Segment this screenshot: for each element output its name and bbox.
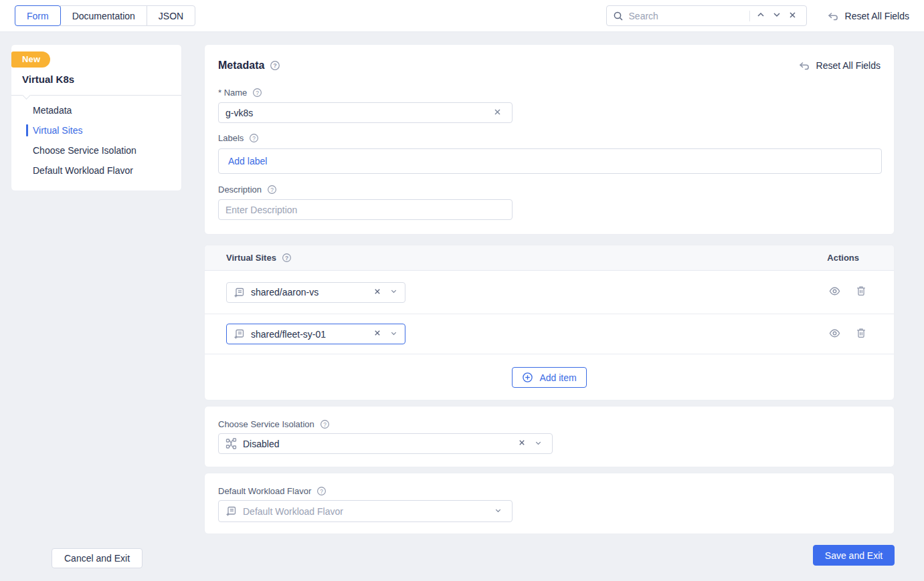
search-clear-button[interactable]: [785, 9, 800, 23]
search-separator: [749, 11, 750, 21]
sidebar-item-choose-service-isolation[interactable]: Choose Service Isolation: [11, 140, 181, 160]
description-field-label: Description: [218, 185, 262, 195]
delete-row-button[interactable]: [855, 327, 867, 342]
topbar: Form Documentation JSON Reset All Fi: [0, 0, 924, 32]
svg-text:?: ?: [323, 421, 327, 428]
delete-row-button[interactable]: [855, 285, 867, 300]
form-sidebar: New Virtual K8s Metadata Virtual Sites C…: [11, 44, 182, 191]
sidebar-nav: Metadata Virtual Sites Choose Service Is…: [11, 100, 181, 181]
workload-flavor-section: Default Workload Flavor ? Default Worklo…: [204, 473, 895, 534]
help-icon[interactable]: ?: [320, 419, 330, 429]
help-icon[interactable]: ?: [267, 185, 277, 195]
search-next-button[interactable]: [769, 9, 785, 23]
add-label-button[interactable]: Add label: [228, 156, 267, 166]
view-row-button[interactable]: [828, 327, 841, 342]
sidebar-item-virtual-sites[interactable]: Virtual Sites: [11, 120, 181, 140]
help-icon[interactable]: ?: [252, 88, 262, 98]
reset-all-fields-button-top[interactable]: Reset All Fields: [827, 10, 909, 22]
chevron-down-icon[interactable]: [389, 286, 398, 298]
workload-flavor-select[interactable]: Default Workload Flavor: [218, 500, 513, 522]
search-prev-button[interactable]: [753, 9, 769, 23]
search-input[interactable]: [629, 11, 747, 21]
service-isolation-section: Choose Service Isolation ? Disabled: [204, 406, 895, 467]
service-isolation-label: Choose Service Isolation: [218, 419, 314, 429]
labels-field-label: Labels: [218, 133, 244, 143]
workflow-nodes-icon: [225, 438, 237, 449]
trash-icon: [855, 285, 867, 300]
svg-text:?: ?: [252, 135, 256, 142]
cancel-and-exit-button[interactable]: Cancel and Exit: [52, 548, 143, 568]
caret-notch: [22, 91, 31, 100]
chevron-down-icon[interactable]: [534, 438, 543, 450]
reset-all-fields-label: Reset All Fields: [845, 11, 909, 21]
close-icon: [373, 287, 381, 298]
eye-icon: [828, 285, 841, 300]
svg-text:?: ?: [320, 488, 323, 495]
reset-all-fields-label: Reset All Fields: [816, 60, 881, 71]
sidebar-item-metadata[interactable]: Metadata: [11, 100, 181, 120]
reset-all-fields-button-metadata[interactable]: Reset All Fields: [798, 60, 881, 72]
sidebar-divider: [11, 95, 181, 96]
topbar-right: Reset All Fields: [606, 5, 909, 26]
virtual-site-row: shared/aaron-vs: [205, 271, 894, 314]
virtual-site-select-1[interactable]: shared/aaron-vs: [226, 282, 405, 303]
service-isolation-value: Disabled: [243, 439, 279, 449]
virtual-sites-footer: Add item: [205, 354, 894, 400]
help-icon[interactable]: ?: [249, 133, 259, 143]
chevron-down-icon[interactable]: [494, 505, 502, 517]
view-row-button[interactable]: [828, 285, 841, 300]
help-icon[interactable]: ?: [282, 253, 292, 263]
clear-selection-button[interactable]: [373, 329, 381, 339]
svg-text:?: ?: [270, 187, 274, 193]
page-content: New Virtual K8s Metadata Virtual Sites C…: [0, 32, 924, 581]
virtual-sites-title: Virtual Sites: [226, 253, 276, 263]
virtual-site-row: shared/fleet-sy-01: [205, 314, 894, 354]
help-icon[interactable]: ?: [270, 60, 280, 71]
virtual-sites-section: Virtual Sites ? Actions shared/aaron-vs: [204, 245, 895, 400]
tab-documentation[interactable]: Documentation: [60, 5, 147, 26]
save-and-exit-button[interactable]: Save and Exit: [813, 545, 895, 566]
clear-selection-button[interactable]: [373, 287, 381, 298]
labels-field: Add label: [218, 148, 882, 174]
clear-selection-button[interactable]: [518, 439, 526, 449]
sidebar-item-default-workload-flavor[interactable]: Default Workload Flavor: [11, 160, 181, 181]
service-isolation-select[interactable]: Disabled: [218, 433, 553, 454]
search-box[interactable]: [606, 5, 807, 26]
plus-circle-icon: [522, 372, 533, 383]
actions-column-header: Actions: [827, 253, 859, 263]
description-field: [218, 199, 513, 220]
close-icon: [518, 439, 526, 449]
object-add-icon: [234, 328, 245, 340]
virtual-sites-header: Virtual Sites ? Actions: [205, 245, 894, 271]
virtual-site-select-2[interactable]: shared/fleet-sy-01: [226, 324, 405, 344]
name-field: [218, 102, 513, 123]
description-input[interactable]: [225, 205, 505, 215]
name-field-label: * Name: [218, 88, 247, 98]
page-title: Virtual K8s: [22, 74, 74, 85]
workload-flavor-placeholder: Default Workload Flavor: [243, 506, 343, 517]
close-icon: [373, 329, 381, 339]
close-icon: [788, 11, 797, 21]
object-add-icon: [234, 287, 245, 298]
undo-icon: [798, 60, 810, 72]
svg-text:?: ?: [256, 90, 260, 96]
help-icon[interactable]: ?: [316, 486, 327, 496]
new-badge: New: [11, 51, 50, 68]
tab-json[interactable]: JSON: [147, 5, 195, 26]
chevron-up-icon: [756, 10, 765, 21]
close-icon: [493, 108, 502, 118]
name-clear-button[interactable]: [490, 106, 505, 120]
metadata-title: Metadata: [218, 60, 264, 72]
trash-icon: [855, 327, 867, 342]
metadata-section: Metadata ? Reset All Fields * Name ? Lab…: [204, 44, 895, 235]
svg-text:?: ?: [274, 62, 278, 69]
view-tabs: Form Documentation JSON: [15, 5, 195, 26]
add-item-label: Add item: [539, 372, 576, 383]
add-item-button[interactable]: Add item: [512, 367, 586, 388]
chevron-down-icon: [772, 10, 781, 21]
name-input[interactable]: [225, 108, 490, 118]
tab-form[interactable]: Form: [15, 5, 61, 26]
svg-text:?: ?: [285, 255, 288, 261]
eye-icon: [828, 327, 841, 342]
chevron-down-icon[interactable]: [389, 328, 398, 340]
